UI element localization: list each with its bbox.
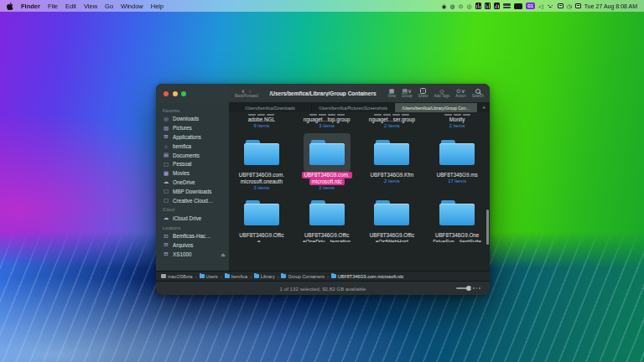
vertical-scrollbar[interactable] [486, 209, 489, 245]
clock-icon[interactable]: ◷ [567, 3, 572, 9]
menu-bar: Finder File Edit View Go Window Help ◉ ◍… [0, 0, 644, 12]
status-badge[interactable]: G1 [526, 3, 536, 9]
sidebar-item-pessoal[interactable]: ▢Pessoal [156, 159, 229, 168]
sidebar-item-documents[interactable]: ▤Documents [156, 151, 229, 160]
eject-icon[interactable]: ⏏ [221, 251, 226, 257]
wifi-icon[interactable] [547, 3, 554, 9]
add-tags-control[interactable]: ◇ Add Tags [434, 88, 450, 99]
tab-downloads[interactable]: /Users/bemfica/Downloads [229, 103, 312, 112]
downloads-icon: ◎ [163, 116, 169, 122]
status-bar: 1 of 132 selected, 92,82 GB available [156, 281, 490, 295]
breadcrumb-library[interactable]: Library [254, 274, 275, 279]
breadcrumb-separator: › [221, 274, 222, 279]
sidebar-item-bemficas-mac[interactable]: ⊡Bemficas-Hac… [156, 231, 229, 240]
folder-item-oneauth[interactable]: UBF8T346G9.com. microsoft.oneauth 3 item… [229, 133, 294, 191]
sidebar-item-pictures[interactable]: ▨Pictures [156, 123, 229, 132]
world-clock-icon[interactable] [503, 3, 511, 8]
menu-go[interactable]: Go [105, 3, 113, 10]
breadcrumb-bemfica[interactable]: bemfica [225, 274, 247, 279]
back-forward-control[interactable]: ‹› Back/Forward [235, 88, 258, 99]
window-titlebar: ‹› Back/Forward /Users/bemfica/Library/G… [156, 84, 490, 103]
view-control[interactable]: ▦ View [387, 88, 396, 99]
group-icon: ▤ [402, 88, 408, 94]
sidebar-item-downloads[interactable]: ◎Downloads [156, 115, 229, 124]
file-item-nguaget-top[interactable]: nguaget…top.group 3 items [294, 114, 360, 129]
sidebar-item-movies[interactable]: ▦Movies [156, 168, 229, 178]
menu-edit[interactable]: Edit [65, 3, 76, 10]
sidebar-item-home[interactable]: ⌂bemfica [156, 142, 229, 151]
search-label: Search [472, 95, 484, 99]
display-icon[interactable] [575, 3, 581, 8]
sidebar-item-onedrive[interactable]: ☁OneDrive [156, 178, 229, 187]
stat-meter-icon-2[interactable] [485, 3, 491, 9]
new-tab-button[interactable]: + [478, 103, 490, 112]
breadcrumb-separator: › [327, 274, 329, 279]
close-button[interactable] [164, 91, 169, 96]
breadcrumb-separator: › [278, 274, 279, 279]
menu-file[interactable]: File [48, 3, 58, 10]
menu-finder[interactable]: Finder [21, 3, 40, 10]
status-app-icon-4[interactable]: ◎ [467, 3, 472, 9]
zoom-button[interactable] [181, 91, 186, 96]
sidebar-item-applications[interactable]: ⊞Applications [156, 132, 229, 142]
chevron-down-icon: ∨ [408, 88, 412, 94]
folder-icon [244, 200, 279, 225]
folder-icon [439, 200, 475, 225]
status-app-icon-2[interactable]: ◍ [450, 3, 455, 9]
sidebar-item-creative-cloud[interactable]: ▢Creative Cloud… [156, 196, 229, 205]
file-item-adobe-ngl[interactable]: adobe.NGL 9 items [229, 114, 294, 129]
breadcrumb-separator: › [250, 274, 252, 279]
file-item-monity[interactable]: Monity 2 items [424, 114, 490, 129]
file-item-nguaget-ser[interactable]: nguaget…ser.group 2 items [360, 114, 425, 129]
folder-item-office-osfwebhost[interactable]: UBF8T346G9.Offic eOsfWebHost [360, 194, 425, 242]
tab-group-containers[interactable]: /Users/bemfica/Library/Group Con… [395, 103, 478, 112]
folder-icon [309, 140, 345, 165]
folder-icon [331, 274, 336, 278]
add-tags-label: Add Tags [434, 95, 450, 99]
sidebar-item-xs1000[interactable]: ⊟XS1000⏏ [156, 250, 229, 259]
drive-icon: ⊟ [163, 241, 169, 248]
breadcrumb-macosbeta[interactable]: macOSBeta [161, 274, 193, 279]
folder-icon [439, 140, 475, 165]
group-control[interactable]: ▤∨ Group [402, 88, 413, 99]
breadcrumb-separator: › [195, 274, 197, 279]
sidebar-section-locations: Locations [163, 225, 229, 230]
sidebar-item-mbp-downloads[interactable]: ▢MBP Downloads [156, 187, 229, 196]
folder-item-kfm[interactable]: UBF8T346G9.Kfm 2 items [360, 133, 425, 191]
volume-icon[interactable]: ◁ [538, 3, 543, 9]
minimize-button[interactable] [173, 91, 178, 96]
folder-item-onedrive-suite[interactable]: UBF8T346G9.One DriveSyn…lientSuite [424, 194, 490, 242]
menu-window[interactable]: Window [121, 3, 143, 10]
menu-view[interactable]: View [84, 3, 97, 10]
sidebar-item-icloud-drive[interactable]: ☁iCloud Drive [156, 214, 229, 223]
mm-app-icon[interactable] [514, 3, 522, 9]
folder-item-office[interactable]: UBF8T346G9.Offic e… [229, 194, 294, 242]
stat-meter-icon-3[interactable] [494, 3, 500, 9]
icon-size-slider[interactable] [456, 286, 482, 291]
view-label: View [387, 95, 396, 99]
menu-help[interactable]: Help [151, 3, 164, 10]
apple-menu-icon[interactable] [7, 3, 13, 10]
folder-item-office-onedrive[interactable]: UBF8T346G9.Offic eOneDriv…tegration [294, 194, 360, 242]
action-label: Action [455, 95, 466, 99]
tab-screenshots[interactable]: /Users/bemfica/Pictures/Screenshots [312, 103, 395, 112]
status-app-icon-1[interactable]: ◉ [441, 3, 446, 9]
window-stack-icon[interactable] [558, 3, 564, 8]
status-app-icon-3[interactable]: ⊙ [459, 3, 464, 9]
stat-meter-icon-1[interactable] [475, 3, 481, 9]
breadcrumb-group-containers[interactable]: Group Containers [281, 274, 324, 279]
search-icon [475, 89, 480, 94]
sidebar-section-favorites: Favorites [163, 108, 229, 113]
drive-icon: ⊟ [163, 251, 169, 257]
folder-item-rdc-selected[interactable]: UBF8T346G9.com. microsoft.rdc 2 items [294, 133, 360, 191]
group-label: Group [402, 95, 413, 99]
folder-item-ms[interactable]: UBF8T346G9.ms 17 items [424, 133, 490, 191]
action-control[interactable]: ⊙∨ Action [455, 88, 466, 99]
breadcrumb-users[interactable]: Users [200, 274, 218, 279]
breadcrumb-selected-folder[interactable]: UBF8T346G9.com.microsoft.rdc [331, 274, 404, 279]
cloud-icon: ☁ [163, 178, 169, 185]
search-control[interactable]: Search [472, 88, 484, 99]
sidebar-item-arquivos[interactable]: ⊟Arquivos [156, 240, 229, 250]
menubar-datetime[interactable]: Tue 27 Aug 8:08 AM [584, 3, 637, 9]
share-control[interactable]: ↑ Share [418, 88, 428, 99]
